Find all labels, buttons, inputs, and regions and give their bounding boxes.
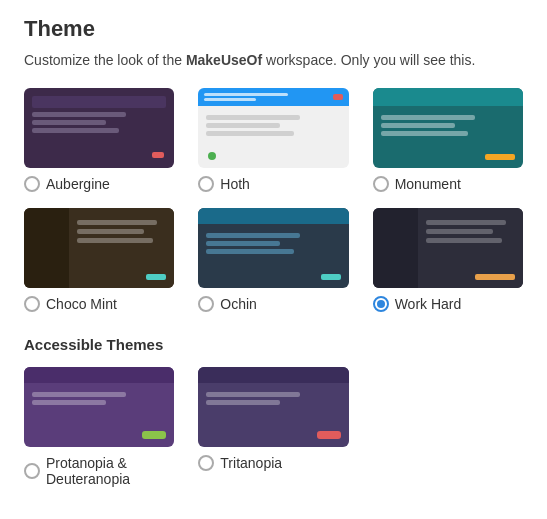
theme-label-aubergine: Aubergine bbox=[24, 176, 110, 192]
theme-label-hoth: Hoth bbox=[198, 176, 250, 192]
theme-item-tritanopia[interactable]: Tritanopia bbox=[198, 367, 348, 487]
theme-item-aubergine[interactable]: Aubergine bbox=[24, 88, 174, 192]
theme-item-workhard[interactable]: Work Hard bbox=[373, 208, 523, 312]
subtitle-brand: MakeUseOf bbox=[186, 52, 262, 68]
theme-preview-workhard bbox=[373, 208, 523, 288]
theme-name-chocomint: Choco Mint bbox=[46, 296, 117, 312]
theme-name-workhard: Work Hard bbox=[395, 296, 462, 312]
theme-label-chocomint: Choco Mint bbox=[24, 296, 117, 312]
radio-hoth[interactable] bbox=[198, 176, 214, 192]
theme-label-ochin: Ochin bbox=[198, 296, 257, 312]
radio-ochin[interactable] bbox=[198, 296, 214, 312]
theme-preview-aubergine bbox=[24, 88, 174, 168]
theme-name-ochin: Ochin bbox=[220, 296, 257, 312]
radio-chocomint[interactable] bbox=[24, 296, 40, 312]
subtitle-suffix: workspace. Only you will see this. bbox=[262, 52, 475, 68]
theme-preview-tritanopia bbox=[198, 367, 348, 447]
theme-item-monument[interactable]: Monument bbox=[373, 88, 523, 192]
theme-item-hoth[interactable]: Hoth bbox=[198, 88, 348, 192]
subtitle-prefix: Customize the look of the bbox=[24, 52, 186, 68]
page-title: Theme bbox=[24, 16, 523, 42]
theme-name-hoth: Hoth bbox=[220, 176, 250, 192]
theme-name-aubergine: Aubergine bbox=[46, 176, 110, 192]
theme-item-ochin[interactable]: Ochin bbox=[198, 208, 348, 312]
theme-preview-monument bbox=[373, 88, 523, 168]
radio-tritanopia[interactable] bbox=[198, 455, 214, 471]
theme-preview-protanopia bbox=[24, 367, 174, 447]
theme-item-protanopia[interactable]: Protanopia & Deuteranopia bbox=[24, 367, 174, 487]
themes-grid: Aubergine Hoth bbox=[24, 88, 523, 312]
accessible-themes-title: Accessible Themes bbox=[24, 336, 523, 353]
radio-workhard[interactable] bbox=[373, 296, 389, 312]
theme-preview-hoth bbox=[198, 88, 348, 168]
accessible-themes-grid: Protanopia & Deuteranopia Tritanopia bbox=[24, 367, 523, 487]
theme-label-tritanopia: Tritanopia bbox=[198, 455, 282, 471]
theme-preview-chocomint bbox=[24, 208, 174, 288]
theme-label-protanopia: Protanopia & Deuteranopia bbox=[24, 455, 174, 487]
theme-item-chocomint[interactable]: Choco Mint bbox=[24, 208, 174, 312]
theme-name-protanopia: Protanopia & Deuteranopia bbox=[46, 455, 174, 487]
radio-protanopia[interactable] bbox=[24, 463, 40, 479]
theme-label-workhard: Work Hard bbox=[373, 296, 462, 312]
radio-aubergine[interactable] bbox=[24, 176, 40, 192]
theme-name-tritanopia: Tritanopia bbox=[220, 455, 282, 471]
theme-name-monument: Monument bbox=[395, 176, 461, 192]
subtitle: Customize the look of the MakeUseOf work… bbox=[24, 52, 523, 68]
theme-preview-ochin bbox=[198, 208, 348, 288]
theme-label-monument: Monument bbox=[373, 176, 461, 192]
radio-monument[interactable] bbox=[373, 176, 389, 192]
